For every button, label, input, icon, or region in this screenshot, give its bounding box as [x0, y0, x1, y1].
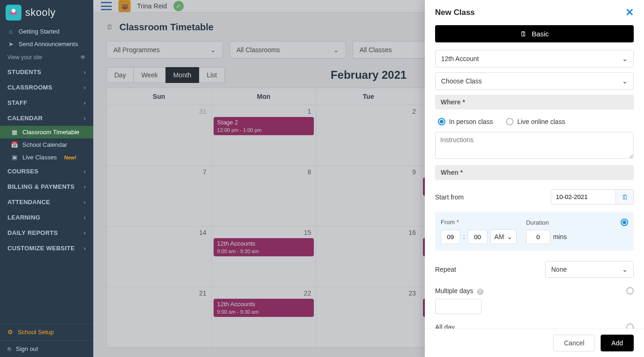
- sidebar-sub-classroom-timetable[interactable]: ▦ Classroom Timetable: [0, 126, 93, 138]
- class-select[interactable]: Choose Class ⌄: [435, 72, 634, 90]
- where-online-radio[interactable]: Live online class: [506, 118, 565, 125]
- sidebar-sub-label: School Calendar: [22, 141, 67, 148]
- duration-unit: mins: [553, 233, 567, 240]
- cancel-button[interactable]: Cancel: [553, 335, 595, 351]
- from-label: From *: [441, 219, 517, 226]
- new-class-panel: New Class ✕ 🗓 Basic 12th Account ⌄ Choos…: [425, 0, 644, 357]
- signout-icon: ⎋: [7, 345, 11, 352]
- multiple-days-input[interactable]: [435, 299, 482, 314]
- sidebar-sub-school-calendar[interactable]: 📅 School Calendar: [0, 138, 93, 151]
- sidebar-section-calendar[interactable]: CALENDAR›: [0, 110, 93, 126]
- time-colon: :: [463, 233, 465, 240]
- radio-label: In person class: [449, 118, 493, 125]
- section-label: BILLING & PAYMENTS: [7, 183, 75, 190]
- view-your-site-link[interactable]: View your site 👁: [0, 50, 93, 64]
- logo[interactable]: skooly: [0, 0, 93, 25]
- start-from-label: Start from: [435, 193, 464, 201]
- sidebar: skooly ⌂ Getting Started ➤ Send Announce…: [0, 0, 93, 357]
- select-value: Choose Class: [441, 77, 482, 85]
- video-icon: ▣: [11, 154, 18, 161]
- eye-icon: 👁: [80, 54, 86, 61]
- chevron-right-icon: ›: [84, 230, 86, 236]
- chevron-right-icon: ›: [84, 69, 86, 76]
- new-badge: New!: [64, 155, 76, 160]
- sidebar-school-setup[interactable]: ⚙ School Setup: [0, 323, 93, 340]
- date-picker-button[interactable]: 🗓: [616, 189, 634, 205]
- section-label: CUSTOMIZE WEBSITE: [7, 245, 75, 252]
- chevron-down-icon: ⌄: [507, 233, 512, 240]
- panel-title: New Class: [435, 8, 475, 17]
- radio-label: Live online class: [517, 118, 565, 125]
- all-day-label: All day: [435, 323, 455, 329]
- sidebar-item-label: Getting Started: [19, 28, 59, 35]
- chevron-right-icon: ›: [84, 84, 86, 91]
- sidebar-section-staff[interactable]: STAFF›: [0, 95, 93, 110]
- start-from-input[interactable]: [551, 189, 616, 205]
- when-section-header: When *: [435, 165, 634, 180]
- basic-label: Basic: [532, 30, 549, 38]
- add-button[interactable]: Add: [601, 335, 634, 351]
- signout-label: Sign out: [16, 345, 38, 352]
- where-section-header: Where *: [435, 95, 634, 110]
- where-in-person-radio[interactable]: In person class: [438, 118, 493, 125]
- radio-selected-icon[interactable]: [621, 219, 628, 226]
- section-label: ATTENDANCE: [7, 199, 50, 206]
- sidebar-section-billing[interactable]: BILLING & PAYMENTS›: [0, 179, 93, 194]
- section-label: COURSES: [7, 168, 38, 175]
- all-day-radio[interactable]: [626, 323, 634, 329]
- duration-label: Duration: [526, 219, 567, 226]
- from-ampm-select[interactable]: AM ⌄: [490, 229, 517, 244]
- section-label: STAFF: [7, 99, 27, 106]
- sidebar-section-learning[interactable]: LEARNING›: [0, 210, 93, 225]
- gear-icon: ⚙: [7, 329, 13, 336]
- from-minute-input[interactable]: [468, 230, 487, 244]
- school-setup-label: School Setup: [18, 329, 54, 336]
- chevron-right-icon: ›: [84, 184, 86, 190]
- sidebar-section-daily-reports[interactable]: DAILY REPORTS›: [0, 225, 93, 240]
- duration-input[interactable]: [526, 230, 550, 244]
- section-label: CLASSROOMS: [7, 84, 52, 91]
- repeat-value: None: [551, 266, 567, 273]
- sidebar-sub-live-classes[interactable]: ▣ Live Classes New!: [0, 151, 93, 164]
- sidebar-section-attendance[interactable]: ATTENDANCE›: [0, 194, 93, 210]
- basic-tab-button[interactable]: 🗓 Basic: [435, 25, 634, 42]
- multiple-days-radio[interactable]: [626, 287, 634, 295]
- sidebar-section-courses[interactable]: COURSES›: [0, 164, 93, 179]
- sidebar-send-announcements[interactable]: ➤ Send Announcements: [0, 38, 93, 50]
- chevron-right-icon: ›: [84, 168, 86, 175]
- calendar-icon: 📅: [11, 142, 18, 148]
- ampm-value: AM: [494, 233, 504, 240]
- multiple-days-label: Multiple days: [435, 287, 473, 295]
- sidebar-section-students[interactable]: STUDENTS›: [0, 64, 93, 80]
- sidebar-item-label: Send Announcements: [19, 41, 78, 48]
- sidebar-signout[interactable]: ⎋ Sign out: [0, 340, 93, 357]
- calendar-icon: 🗓: [622, 193, 628, 201]
- close-icon[interactable]: ✕: [625, 7, 634, 19]
- chevron-right-icon: ›: [84, 199, 86, 206]
- calendar-icon: 🗓: [520, 30, 527, 38]
- logo-text: skooly: [25, 7, 55, 19]
- radio-icon: [506, 118, 513, 125]
- send-icon: ➤: [7, 41, 14, 48]
- chevron-right-icon: ›: [84, 100, 86, 106]
- chevron-right-icon: ›: [84, 115, 86, 122]
- section-label: CALENDAR: [7, 115, 42, 122]
- repeat-select[interactable]: None ⌄: [545, 261, 634, 278]
- time-duration-block: From * : AM ⌄ Duration: [435, 212, 634, 251]
- help-icon[interactable]: ?: [477, 288, 484, 295]
- logo-icon: [6, 5, 21, 21]
- sidebar-sub-label: Live Classes: [22, 154, 57, 161]
- sidebar-getting-started[interactable]: ⌂ Getting Started: [0, 25, 93, 38]
- instructions-textarea[interactable]: [435, 132, 634, 159]
- programme-select[interactable]: 12th Account ⌄: [435, 50, 634, 68]
- chevron-down-icon: ⌄: [622, 55, 628, 62]
- section-label: LEARNING: [7, 214, 40, 221]
- repeat-label: Repeat: [435, 266, 456, 273]
- sidebar-sub-label: Classroom Timetable: [22, 129, 79, 136]
- sidebar-section-classrooms[interactable]: CLASSROOMS›: [0, 80, 93, 95]
- view-site-label: View your site: [7, 54, 42, 61]
- section-label: DAILY REPORTS: [7, 229, 58, 236]
- from-hour-input[interactable]: [441, 230, 460, 244]
- section-label: STUDENTS: [7, 69, 41, 76]
- sidebar-section-customize-website[interactable]: CUSTOMIZE WEBSITE›: [0, 240, 93, 256]
